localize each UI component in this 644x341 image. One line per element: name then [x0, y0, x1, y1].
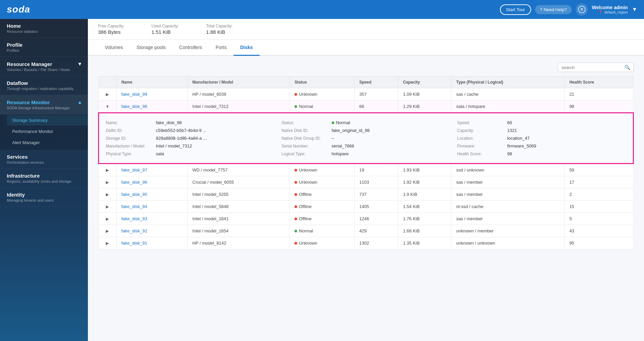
expand-cell[interactable]: ▶ [99, 201, 117, 213]
expand-cell[interactable]: ▶ [99, 213, 117, 225]
sidebar-item-dataflow[interactable]: Dataflow Through migration / replication… [0, 76, 88, 95]
sidebar-item-resource-monitor[interactable]: Resource Monitor ▴ SODA Storage Infrastr… [0, 95, 88, 114]
disk-name-link[interactable]: fake_disk_95 [121, 192, 147, 197]
disk-capacity-cell: 1.9 KiB [398, 188, 451, 201]
collapse-icon[interactable]: ▼ [103, 104, 112, 110]
table-row: ▶ fake_disk_91 HP / model_8142 Unknown 1… [99, 237, 634, 249]
disk-status-cell: Unknown [290, 176, 354, 188]
expand-icon[interactable]: ▶ [104, 204, 111, 210]
app-body: Home Resource statistics Profile Profile… [0, 19, 644, 341]
status-dot [294, 230, 297, 232]
disk-name-link[interactable]: fake_disk_96 [121, 180, 147, 185]
start-tour-button[interactable]: Start Tour [500, 4, 531, 15]
status-dot [294, 218, 297, 220]
expanded-detail-row: Name:fake_disk_98 Delfin ID:c59eb552-b5b… [99, 113, 634, 164]
disk-capacity-cell: 1.92 KiB [398, 176, 451, 188]
expand-cell[interactable]: ▼ [99, 100, 117, 113]
status-dot [294, 181, 297, 184]
tab-ports[interactable]: Ports [209, 40, 234, 56]
expand-cell[interactable]: ▶ [99, 225, 117, 237]
question-icon: ? [540, 7, 542, 12]
status-dot [294, 193, 297, 196]
expand-cell[interactable]: ▶ [99, 88, 117, 100]
disk-speed-cell: 66 [354, 100, 398, 113]
status-dot [294, 205, 297, 208]
sidebar-sub-alert-manager[interactable]: Alert Manager [7, 137, 88, 148]
sidebar-sub-performance-monitor[interactable]: Performance Monitor [7, 126, 88, 137]
expand-cell[interactable]: ▶ [99, 188, 117, 201]
status-dot [294, 93, 297, 96]
disk-health-cell: 95 [565, 237, 634, 249]
disk-name-link[interactable]: fake_disk_99 [121, 92, 147, 97]
disk-status-cell: Offline [290, 213, 354, 225]
table-row: ▶ fake_disk_95 Intel / model_5255 Offlin… [99, 188, 634, 201]
disk-capacity-cell: 1.35 KiB [398, 237, 451, 249]
disk-capacity-cell: 1.76 KiB [398, 213, 451, 225]
search-row: 🔍 [98, 63, 634, 72]
disk-type-cell: unknown / unknown [451, 237, 565, 249]
disk-name-link[interactable]: fake_disk_92 [121, 228, 147, 233]
disk-name-link[interactable]: fake_disk_94 [121, 204, 147, 209]
expand-icon[interactable]: ▶ [104, 191, 111, 198]
sidebar-item-identity[interactable]: Identity Managing tenants and users [0, 188, 88, 207]
disk-speed-cell: 1103 [354, 176, 398, 188]
expand-icon[interactable]: ▶ [104, 91, 111, 97]
disk-status-cell: Unknown [290, 164, 354, 176]
disk-speed-cell: 1302 [354, 237, 398, 249]
expand-cell[interactable]: ▶ [99, 164, 117, 176]
disk-status-cell: Unknown [290, 88, 354, 100]
sidebar-item-services[interactable]: Services Orchestration services. [0, 150, 88, 169]
used-capacity: Used Capacity: 1.51 KiB [151, 24, 179, 35]
expand-icon[interactable]: ▶ [104, 167, 111, 173]
disk-capacity-cell: 1.29 KiB [398, 100, 451, 113]
expand-cell[interactable]: ▶ [99, 237, 117, 249]
user-menu-chevron[interactable]: ▼ [632, 6, 637, 13]
table-row: ▶ fake_disk_93 Intel / model_1841 Offlin… [99, 213, 634, 225]
disk-type-cell: sas / member [451, 188, 565, 201]
sidebar-item-profile[interactable]: Profile Profiles [0, 38, 88, 57]
disk-status-cell: Offline [290, 201, 354, 213]
disk-model-cell: WD / model_7757 [188, 164, 290, 176]
disk-name-cell: fake_disk_92 [116, 225, 187, 237]
table-row: ▶ fake_disk_97 WD / model_7757 Unknown 1… [99, 164, 634, 176]
table-row: ▼ fake_disk_98 Intel / model_7312 Normal… [99, 100, 634, 113]
disk-speed-cell: 357 [354, 88, 398, 100]
disk-name-link[interactable]: fake_disk_91 [121, 241, 147, 246]
disk-status-cell: Offline [290, 188, 354, 201]
disk-name-link[interactable]: fake_disk_98 [121, 104, 147, 109]
tab-volumes[interactable]: Volumes [98, 40, 130, 56]
sidebar-item-resource-manager[interactable]: Resource Manager ▾ Volumes / Buckets / F… [0, 57, 88, 76]
disk-model-cell: HP / model_8142 [188, 237, 290, 249]
sidebar-item-infrastructure[interactable]: Infrastructure Regions, availability zon… [0, 169, 88, 188]
status-dot [294, 169, 297, 172]
disk-status-cell: Normal [290, 225, 354, 237]
disk-type-cell: nl-ssd / cache [451, 201, 565, 213]
table-row: ▶ fake_disk_94 Intel / model_5848 Offlin… [99, 201, 634, 213]
expand-icon[interactable]: ▶ [104, 240, 111, 246]
disk-model-cell: Intel / model_7312 [188, 100, 290, 113]
col-capacity: Capacity [398, 76, 451, 88]
disk-name-link[interactable]: fake_disk_97 [121, 167, 147, 173]
user-info: Welcome admin 📍 default_region [592, 5, 628, 15]
need-help-button[interactable]: ? Need Help? [535, 5, 572, 14]
tab-disks[interactable]: Disks [234, 40, 260, 56]
resource-monitor-submenu: Storage Summary Performance Monitor Aler… [0, 114, 88, 150]
disk-health-cell: 15 [565, 201, 634, 213]
tab-controllers[interactable]: Controllers [172, 40, 209, 56]
detail-misc: Speed:66 Capacity:1321 Location:location… [457, 119, 626, 158]
expand-cell[interactable]: ▶ [99, 176, 117, 188]
col-speed: Speed [354, 76, 398, 88]
search-box[interactable]: 🔍 [558, 63, 634, 72]
search-input[interactable] [562, 65, 622, 70]
disk-name-link[interactable]: fake_disk_93 [121, 216, 147, 221]
expand-icon[interactable]: ▶ [104, 179, 111, 185]
disk-health-cell: 5 [565, 213, 634, 225]
expand-icon[interactable]: ▶ [104, 216, 111, 222]
disk-type-cell: sas / cache [451, 88, 565, 100]
sidebar-item-home[interactable]: Home Resource statistics [0, 19, 88, 38]
table-row: ▶ fake_disk_92 Intel / model_1654 Normal… [99, 225, 634, 237]
sidebar-sub-storage-summary[interactable]: Storage Summary [7, 115, 88, 126]
expand-icon[interactable]: ▶ [104, 228, 111, 234]
tab-storage-pools[interactable]: Storage pools [130, 40, 172, 56]
disk-status-cell: Normal [290, 100, 354, 113]
